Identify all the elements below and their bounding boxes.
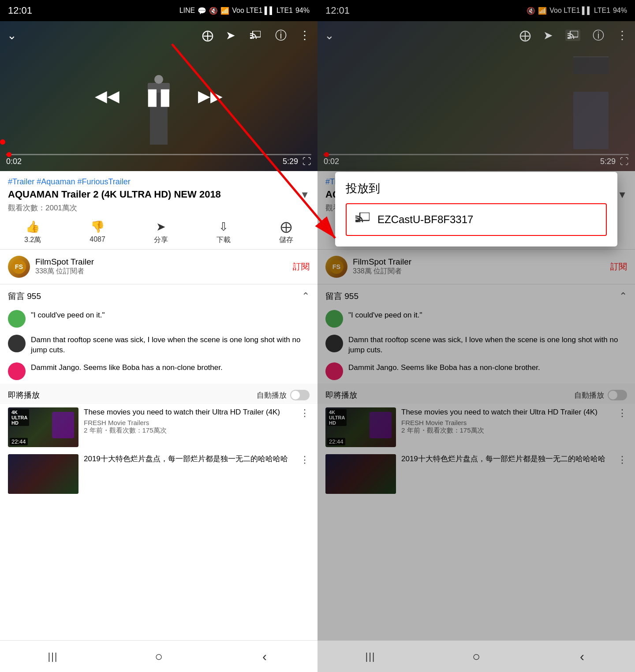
dislike-button-left[interactable]: 👎 4087 [90, 220, 105, 245]
svg-rect-6 [355, 220, 359, 222]
fullscreen-button-left[interactable]: ⛶ [303, 157, 311, 167]
share-label-left: 分享 [154, 235, 168, 245]
cast-dialog[interactable]: 投放到 EZCastU-BF8F3317 [335, 172, 617, 246]
status-bar-left: 12:01 LINE 💬 🔇 📶 Voo LTE1 ▌▌ LTE1 94% [0, 0, 318, 21]
content-area-left[interactable]: #Trailer #Aquaman #FuriousTrailer AQUAMA… [0, 171, 318, 640]
messenger-icon: 💬 [198, 7, 206, 15]
nav-menu-left[interactable]: ||| [40, 643, 66, 670]
current-time-left: 0:02 [6, 157, 22, 166]
save-button-left[interactable]: ⨁ 儲存 [279, 220, 293, 245]
share-action-left[interactable]: ➤ 分享 [154, 220, 168, 245]
comment-2-left: Damn that rooftop scene was sick, I love… [0, 331, 318, 359]
video-title-1-left: These movies you need to watch their Ult… [84, 407, 295, 417]
video-info-2-left: 2019十大特色烂片盘点，每一部烂片都是独一无二的哈哈哈哈 [84, 454, 295, 464]
next-button-left[interactable]: ▶▶ [198, 87, 223, 105]
info-button-left[interactable]: ⓘ [275, 28, 287, 43]
thumb-2-left [8, 454, 78, 494]
wifi-icon: 📶 [220, 7, 229, 15]
download-button-left[interactable]: ⇩ 下載 [217, 220, 231, 245]
video-title-left: AQUAMAN Trailer 2 (4K ULTRA HD) NEW 2018 [8, 188, 296, 201]
nav-home-left[interactable]: ○ [146, 643, 172, 670]
video-tags-left: #Trailer #Aquaman #FuriousTrailer [0, 171, 318, 188]
video-more-1-left[interactable]: ⋮ [300, 407, 310, 419]
comments-header-left: 留言 955 ⌃ [0, 284, 318, 306]
autoplay-toggle-left[interactable] [290, 390, 310, 400]
nav-bar-left: ||| ○ ‹ [0, 640, 318, 672]
comment-avatar-2-left [8, 335, 26, 352]
share-button-left[interactable]: ➤ [226, 29, 235, 42]
status-time-left: 12:01 [8, 5, 32, 16]
autoplay-row-left: 自動播放 [257, 390, 310, 400]
pause-button-left[interactable]: ▮▮ [146, 83, 172, 109]
line-icon: LINE [179, 7, 195, 15]
video-views-left: 觀看次數：2001萬次 [0, 201, 318, 217]
comments-title-left: 留言 955 [8, 291, 41, 302]
video-player-left[interactable]: ⌄ ⨁ ➤ ⓘ ⋮ ◀◀ ▮▮ ▶▶ [0, 21, 318, 171]
thumb-graphic-1-left [52, 412, 74, 438]
channel-subs-left: 338萬 位訂閱者 [35, 267, 293, 276]
video-list-item-1-left[interactable]: 4KULTRAHD 22:44 These movies you need to… [0, 404, 318, 451]
toggle-knob-left [291, 391, 300, 399]
collapse-button-left[interactable]: ⌄ [7, 29, 17, 42]
download-icon-left: ⇩ [219, 220, 228, 234]
right-panel: 12:01 🔇 📶 Voo LTE1 ▌▌ LTE1 94% ⌄ ⨁ ➤ [318, 0, 635, 672]
comment-avatar-1-left [8, 310, 26, 328]
comment-text-3-left: Dammit Jango. Seems like Boba has a non-… [31, 362, 223, 373]
autoplay-label-left: 自動播放 [257, 390, 287, 400]
like-button-left[interactable]: 👍 3.2萬 [24, 220, 41, 245]
channel-row-left: FS FilmSpot Trailer 338萬 位訂閱者 訂閱 [0, 250, 318, 284]
thumb-duration-1-left: 22:44 [10, 438, 28, 445]
save-label-left: 儲存 [279, 235, 293, 245]
svg-rect-0 [250, 37, 253, 39]
comment-1-left: "I could've peed on it." [0, 306, 318, 331]
channel-avatar-left[interactable]: FS [8, 256, 30, 278]
cast-device-item[interactable]: EZCastU-BF8F3317 [346, 203, 607, 236]
progress-track-left[interactable] [6, 154, 311, 155]
prev-button-left[interactable]: ◀◀ [95, 87, 120, 105]
total-time-left: 5:29 [283, 157, 298, 166]
channel-name-left: FilmSpot Trailer [35, 257, 293, 267]
video-meta-1-left: 2 年前・觀看次數：175萬次 [84, 426, 295, 435]
action-row-left: 👍 3.2萬 👎 4087 ➤ 分享 ⇩ 下載 ⨁ 儲存 [0, 217, 318, 250]
comments-toggle-left[interactable]: ⌃ [302, 291, 310, 302]
add-to-playlist-button-left[interactable]: ⨁ [202, 29, 213, 42]
subscribe-button-left[interactable]: 訂閱 [293, 261, 310, 273]
nav-back-left[interactable]: ‹ [251, 643, 278, 670]
cast-button-left[interactable] [248, 30, 263, 41]
svg-text:FS: FS [15, 263, 23, 270]
more-button-left[interactable]: ⋮ [299, 29, 310, 42]
channel-info-left: FilmSpot Trailer 338萬 位訂閱者 [35, 257, 293, 276]
video-title-2-left: 2019十大特色烂片盘点，每一部烂片都是独一无二的哈哈哈哈 [84, 454, 295, 464]
time-row-left: 0:02 5:29 ⛶ [6, 157, 311, 167]
dislike-count-left: 4087 [90, 235, 105, 243]
title-chevron-left[interactable]: ▼ [300, 189, 310, 201]
thumb-badge-1-left: 4KULTRAHD [10, 409, 29, 426]
video-list-item-2-left[interactable]: 2019十大特色烂片盘点，每一部烂片都是独一无二的哈哈哈哈 ⋮ [0, 451, 318, 497]
mute-icon: 🔇 [209, 7, 218, 15]
comment-text-1-left: "I could've peed on it." [31, 310, 105, 321]
like-count-left: 3.2萬 [24, 235, 41, 245]
signal-icon: Voo LTE1 ▌▌ LTE1 [232, 7, 293, 15]
comment-3-left: Dammit Jango. Seems like Boba has a non-… [0, 359, 318, 384]
video-info-1-left: These movies you need to watch their Ult… [84, 407, 295, 435]
thumb-1-left: 4KULTRAHD 22:44 [8, 407, 78, 447]
svg-rect-7 [360, 213, 370, 220]
dislike-icon-left: 👎 [90, 220, 105, 234]
dialog-overlay[interactable] [318, 0, 635, 672]
status-icons-left: LINE 💬 🔇 📶 Voo LTE1 ▌▌ LTE1 94% [179, 7, 310, 15]
cast-device-icon [355, 212, 370, 227]
video-more-2-left[interactable]: ⋮ [300, 454, 310, 466]
cast-dialog-title: 投放到 [346, 181, 607, 196]
like-icon-left: 👍 [26, 220, 40, 234]
upnext-header-left: 即將播放 自動播放 [0, 384, 318, 404]
thumb-bg-2-left [8, 454, 78, 494]
playback-controls-left: ◀◀ ▮▮ ▶▶ [0, 83, 318, 109]
video-title-row-left: AQUAMAN Trailer 2 (4K ULTRA HD) NEW 2018… [0, 188, 318, 201]
left-panel: 12:01 LINE 💬 🔇 📶 Voo LTE1 ▌▌ LTE1 94% ⌄ … [0, 0, 318, 672]
save-icon-left: ⨁ [280, 220, 292, 234]
video-toolbar-left: ⌄ ⨁ ➤ ⓘ ⋮ [0, 21, 318, 49]
progress-fill-left [6, 154, 9, 155]
progress-area-left[interactable] [0, 154, 318, 155]
upnext-label-left: 即將播放 [8, 390, 40, 400]
comment-avatar-3-left [8, 362, 26, 380]
